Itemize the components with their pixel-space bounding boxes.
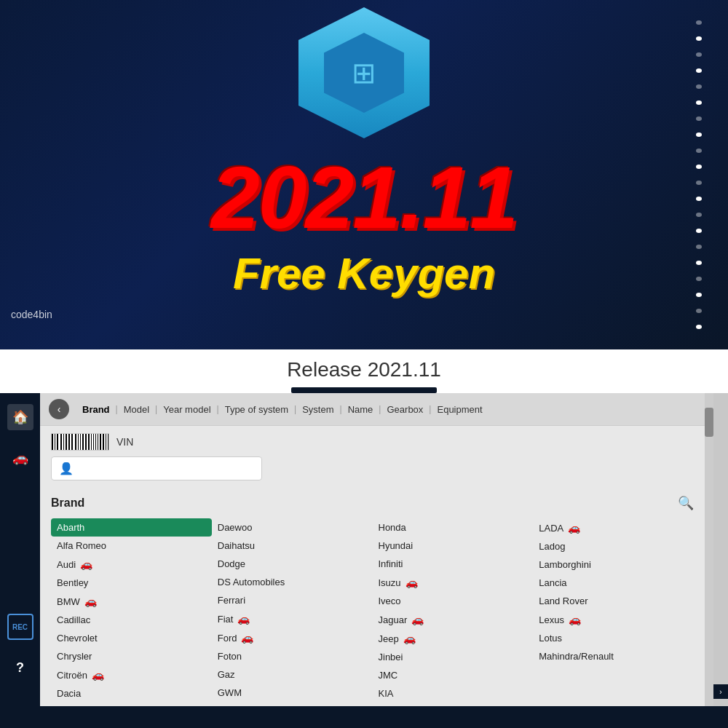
vin-search-input[interactable] [79, 463, 254, 474]
brand-item-ford[interactable]: Ford 🚗 [212, 628, 373, 647]
next-arrow-button[interactable]: › [713, 684, 728, 699]
breadcrumb-brand[interactable]: Brand [76, 403, 116, 416]
brand-search-icon[interactable]: 🔍 [678, 495, 694, 511]
brand-name-audi: Audi [57, 559, 76, 570]
brand-name-ford: Ford [218, 633, 237, 644]
dot-17 [696, 277, 702, 281]
brand-item-lada[interactable]: LADA 🚗 [533, 518, 694, 537]
brand-item-alfa[interactable]: Alfa Romeo [51, 537, 212, 555]
sidebar-help-button[interactable]: ? [7, 654, 33, 681]
brand-item-cadillac[interactable]: Cadillac [51, 611, 212, 629]
sidebar-car-button[interactable]: 🚗 [7, 445, 33, 471]
version-number: 2021.11 [211, 154, 517, 241]
brand-item-chrysler[interactable]: Chrysler [51, 647, 212, 665]
brand-item-audi[interactable]: Audi 🚗 [51, 555, 212, 574]
brand-item-fiat[interactable]: Fiat 🚗 [212, 609, 373, 628]
brand-name-isuzu: Isuzu [379, 577, 401, 588]
brand-col-1: Abarth Alfa Romeo Audi 🚗 Bentley BMW 🚗 [51, 518, 212, 703]
dot-16 [696, 261, 702, 265]
breadcrumb-gearbox[interactable]: Gearbox [381, 403, 429, 416]
jeep-car-icon: 🚗 [403, 633, 416, 644]
breadcrumb-system[interactable]: System [296, 403, 339, 416]
home-icon: 🏠 [12, 409, 28, 425]
brand-item-bmw[interactable]: BMW 🚗 [51, 592, 212, 611]
brand-item-lexus[interactable]: Lexus 🚗 [533, 610, 694, 629]
dot-19 [696, 309, 702, 313]
brand-item-isuzu[interactable]: Isuzu 🚗 [373, 573, 534, 592]
rec-button[interactable]: REC [7, 614, 33, 640]
brand-item-ferrari[interactable]: Ferrari [212, 591, 373, 609]
brand-item-lotus[interactable]: Lotus [533, 629, 694, 647]
brand-item-jinbei[interactable]: Jinbei [373, 648, 534, 666]
breadcrumb-name[interactable]: Name [342, 403, 379, 416]
brand-item-iveco[interactable]: Iveco [373, 592, 534, 610]
brand-name-mahindra: Mahindra/Renault [539, 651, 614, 662]
brand-name-gaz: Gaz [218, 669, 235, 680]
brand-name-jeep: Jeep [379, 633, 399, 644]
brand-name-ferrari: Ferrari [218, 595, 245, 606]
brand-title: Brand [51, 496, 84, 510]
brand-col-4: LADA 🚗 Ladog Lamborghini Lancia Land Rov… [533, 518, 694, 703]
brand-item-daihatsu[interactable]: Daihatsu [212, 537, 373, 555]
brand-item-ladog[interactable]: Ladog [533, 537, 694, 555]
brand-item-kia[interactable]: KIA [373, 684, 534, 703]
lexus-car-icon: 🚗 [569, 614, 581, 625]
brand-name-jinbei: Jinbei [379, 652, 403, 662]
brand-item-dacia[interactable]: Dacia [51, 684, 212, 703]
hero-section: ⊞ 2021.11 Free Keygen code4bin [0, 0, 728, 349]
dots-decoration [670, 0, 728, 349]
dot-7 [696, 116, 702, 121]
brand-name-foton: Foton [218, 651, 242, 662]
brand-name-daihatsu: Daihatsu [218, 540, 255, 551]
brand-item-mahindra[interactable]: Mahindra/Renault [533, 647, 694, 665]
brand-item-landrover[interactable]: Land Rover [533, 592, 694, 610]
breadcrumb-model[interactable]: Model [118, 403, 155, 416]
brand-item-daewoo[interactable]: Daewoo [212, 518, 373, 537]
brand-item-ds[interactable]: DS Automobiles [212, 573, 373, 591]
dot-10 [696, 165, 702, 169]
brand-item-lancia[interactable]: Lancia [533, 574, 694, 592]
brand-item-dodge[interactable]: Dodge [212, 555, 373, 573]
brand-item-foton[interactable]: Foton [212, 647, 373, 665]
fiat-car-icon: 🚗 [237, 613, 250, 625]
brand-item-bentley[interactable]: Bentley [51, 574, 212, 592]
jaguar-car-icon: 🚗 [411, 614, 424, 625]
brand-item-gwm[interactable]: GWM [212, 684, 373, 702]
brand-item-infiniti[interactable]: Infiniti [373, 555, 534, 573]
brand-name-iveco: Iveco [379, 596, 401, 606]
breadcrumb-equipment[interactable]: Equipment [431, 403, 488, 416]
vin-section: VIN 👤 [40, 426, 705, 488]
dot-6 [696, 100, 702, 105]
dot-8 [696, 132, 702, 137]
scrollbar-thumb[interactable] [705, 408, 713, 437]
sidebar-home-button[interactable]: 🏠 [7, 404, 33, 430]
brand-item-jmc[interactable]: JMC [373, 666, 534, 684]
vin-label: VIN [116, 436, 133, 448]
brand-name-citroen: Citroën [57, 670, 87, 681]
release-bar: Release 2021.11 [0, 349, 728, 393]
brand-item-hyundai[interactable]: Hyundai [373, 537, 534, 555]
dot-1 [696, 20, 702, 25]
brand-item-lamborghini[interactable]: Lamborghini [533, 555, 694, 574]
brand-item-abarth[interactable]: Abarth [51, 518, 212, 537]
brand-name-landrover: Land Rover [539, 596, 587, 606]
back-button[interactable]: ‹ [49, 399, 69, 419]
brand-item-chevrolet[interactable]: Chevrolet [51, 629, 212, 647]
dot-5 [696, 84, 702, 89]
brand-name-gwm: GWM [218, 687, 242, 698]
vin-search-field[interactable]: 👤 [51, 456, 262, 480]
brand-name-lotus: Lotus [539, 633, 562, 644]
brand-item-jeep[interactable]: Jeep 🚗 [373, 629, 534, 648]
brand-name-jmc: JMC [379, 670, 398, 681]
dot-12 [696, 197, 702, 201]
vertical-scrollbar[interactable] [705, 393, 713, 706]
brand-item-citroen[interactable]: Citroën 🚗 [51, 665, 212, 684]
breadcrumb-type[interactable]: Type of system [219, 403, 294, 416]
brand-item-jaguar[interactable]: Jaguar 🚗 [373, 610, 534, 629]
brand-name-abarth: Abarth [57, 522, 84, 533]
breadcrumb-year[interactable]: Year model [157, 403, 216, 416]
brand-name-ds: DS Automobiles [218, 577, 285, 587]
brand-item-gaz[interactable]: Gaz [212, 665, 373, 684]
brand-item-honda[interactable]: Honda [373, 518, 534, 537]
brand-name-chevrolet: Chevrolet [57, 633, 98, 644]
